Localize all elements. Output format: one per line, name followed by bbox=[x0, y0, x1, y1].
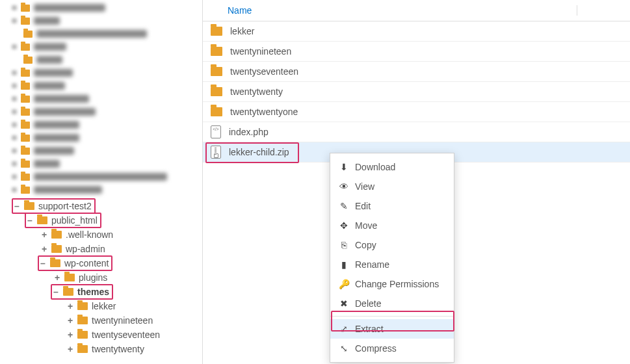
file-list-panel: Name lekkertwentynineteentwentyseventeen… bbox=[203, 0, 630, 364]
zip-icon bbox=[211, 146, 221, 159]
folder-icon bbox=[64, 274, 75, 281]
file-icon: ▮ bbox=[338, 259, 350, 270]
collapse-icon[interactable]: – bbox=[39, 256, 47, 270]
file-row[interactable]: lekker bbox=[203, 21, 630, 42]
file-name: lekker bbox=[230, 26, 254, 36]
file-list-header: Name bbox=[203, 0, 630, 21]
tree-label: plugins bbox=[79, 270, 107, 285]
expand-icon[interactable]: + bbox=[66, 328, 74, 342]
tree-node-twentynineteen[interactable]: + twentynineteen bbox=[5, 313, 202, 328]
file-name: lekker-child.zip bbox=[229, 147, 289, 157]
ctx-edit[interactable]: ✎ Edit bbox=[330, 196, 454, 216]
download-icon: ⬇ bbox=[338, 162, 350, 172]
file-row[interactable]: twentytwentyone bbox=[203, 102, 630, 122]
tree-node-lekker[interactable]: + lekker bbox=[5, 299, 202, 313]
tree-node-wp-content[interactable]: – wp-content bbox=[5, 256, 202, 270]
file-name: twentytwenty bbox=[230, 86, 283, 97]
delete-icon: ✖ bbox=[338, 298, 350, 309]
expand-icon[interactable]: + bbox=[66, 313, 74, 328]
collapse-icon[interactable]: – bbox=[52, 285, 60, 299]
ctx-copy[interactable]: ⎘ Copy bbox=[330, 235, 454, 255]
app-root: – support-test2 – public_html + .well-kn… bbox=[0, 0, 630, 364]
folder-icon bbox=[211, 67, 222, 76]
folder-tree-sidebar: – support-test2 – public_html + .well-kn… bbox=[0, 0, 203, 364]
file-row[interactable]: index.php bbox=[203, 122, 630, 142]
ctx-separator bbox=[330, 316, 454, 317]
ctx-rename[interactable]: ▮ Rename bbox=[330, 255, 454, 274]
tree-label: twentytwenty bbox=[92, 342, 144, 356]
folder-icon bbox=[50, 259, 60, 267]
folder-icon bbox=[63, 288, 73, 296]
ctx-view[interactable]: 👁 View bbox=[330, 177, 454, 196]
folder-icon bbox=[211, 87, 222, 96]
ctx-label: Copy bbox=[355, 240, 376, 250]
tree-node-twentyseventeen[interactable]: + twentyseventeen bbox=[5, 328, 202, 342]
folder-tree: – support-test2 – public_html + .well-kn… bbox=[5, 199, 202, 356]
file-name: twentyseventeen bbox=[230, 66, 298, 77]
tree-blurred-region bbox=[5, 1, 202, 196]
ctx-move[interactable]: ✥ Move bbox=[330, 216, 454, 235]
folder-icon bbox=[24, 202, 34, 210]
file-name: twentynineteen bbox=[230, 46, 291, 57]
code-icon bbox=[211, 125, 221, 138]
tree-node-support-test2[interactable]: – support-test2 bbox=[5, 199, 202, 213]
folder-icon bbox=[37, 216, 47, 224]
folder-icon bbox=[77, 317, 88, 324]
expand-icon[interactable]: + bbox=[66, 342, 74, 356]
tree-node-public-html[interactable]: – public_html bbox=[5, 213, 202, 228]
collapse-icon[interactable]: – bbox=[26, 213, 34, 228]
ctx-permissions[interactable]: 🔑 Change Permissions bbox=[330, 274, 454, 294]
tree-label: .well-known bbox=[66, 228, 113, 242]
expand-icon[interactable]: + bbox=[40, 242, 48, 256]
ctx-label: Change Permissions bbox=[355, 279, 439, 289]
tree-node-well-known[interactable]: + .well-known bbox=[5, 228, 202, 242]
ctx-compress[interactable]: ⤡ Compress bbox=[330, 339, 454, 358]
folder-icon bbox=[51, 231, 62, 239]
folder-icon bbox=[211, 107, 222, 116]
folder-icon bbox=[211, 27, 222, 36]
file-row[interactable]: twentytwenty bbox=[203, 82, 630, 102]
compress-icon: ⤡ bbox=[338, 343, 350, 354]
folder-icon bbox=[77, 302, 88, 310]
ctx-label: Rename bbox=[355, 259, 389, 270]
tree-label: wp-content bbox=[64, 256, 109, 270]
extract-icon: ⤢ bbox=[338, 324, 350, 334]
column-header-name[interactable]: Name bbox=[228, 5, 577, 16]
ctx-extract[interactable]: ⤢ Extract bbox=[330, 319, 454, 339]
file-name: twentytwentyone bbox=[230, 107, 298, 117]
file-row[interactable]: twentynineteen bbox=[203, 42, 630, 62]
tree-label: twentyseventeen bbox=[92, 328, 160, 342]
ctx-label: View bbox=[355, 181, 374, 192]
folder-icon bbox=[77, 331, 88, 339]
ctx-label: Delete bbox=[355, 298, 381, 309]
folder-icon bbox=[211, 47, 222, 56]
tree-label: public_html bbox=[51, 213, 98, 228]
ctx-label: Compress bbox=[355, 343, 397, 354]
eye-icon: 👁 bbox=[338, 181, 350, 192]
expand-icon[interactable]: + bbox=[66, 299, 74, 313]
tree-label: themes bbox=[77, 285, 109, 299]
file-name: index.php bbox=[229, 127, 269, 137]
pencil-icon: ✎ bbox=[338, 201, 350, 211]
tree-node-plugins[interactable]: + plugins bbox=[5, 270, 202, 285]
ctx-label: Edit bbox=[355, 201, 371, 211]
expand-icon[interactable]: + bbox=[40, 228, 48, 242]
tree-label: lekker bbox=[92, 299, 116, 313]
folder-icon bbox=[51, 245, 62, 253]
tree-node-wp-admin[interactable]: + wp-admin bbox=[5, 242, 202, 256]
move-icon: ✥ bbox=[338, 220, 350, 231]
copy-icon: ⎘ bbox=[338, 240, 350, 250]
ctx-label: Move bbox=[355, 220, 377, 231]
ctx-download[interactable]: ⬇ Download bbox=[330, 157, 454, 177]
ctx-delete[interactable]: ✖ Delete bbox=[330, 294, 454, 313]
folder-icon bbox=[77, 345, 88, 353]
file-row[interactable]: twentyseventeen bbox=[203, 62, 630, 82]
tree-node-themes[interactable]: – themes bbox=[5, 285, 202, 299]
tree-label: twentynineteen bbox=[92, 313, 153, 328]
tree-node-twentytwenty[interactable]: + twentytwenty bbox=[5, 342, 202, 356]
tree-label: support-test2 bbox=[38, 199, 92, 213]
key-icon: 🔑 bbox=[338, 279, 350, 289]
collapse-icon[interactable]: – bbox=[13, 199, 21, 213]
expand-icon[interactable]: + bbox=[53, 270, 61, 285]
tree-label: wp-admin bbox=[66, 242, 105, 256]
